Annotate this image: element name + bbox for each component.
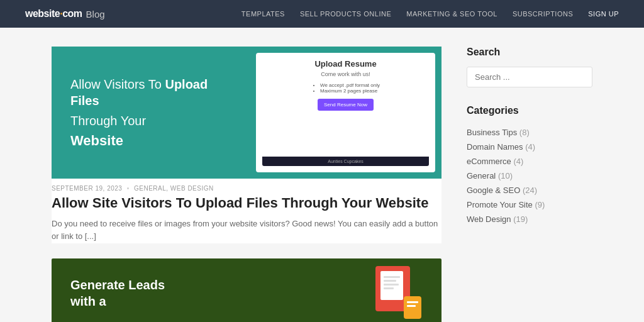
hero-text: Allow Visitors To Upload Files Through Y… — [52, 61, 256, 164]
categories-title: Categories — [467, 105, 592, 116]
svg-rect-2 — [384, 276, 400, 278]
category-count: (10) — [498, 171, 513, 180]
category-label: Promote Your Site — [467, 200, 533, 209]
hero2-graphic — [347, 265, 423, 321]
list-item: Promote Your Site (9) — [467, 197, 592, 212]
article-date: SEPTEMBER 19, 2023 — [52, 185, 122, 192]
list-item: Google & SEO (24) — [467, 183, 592, 197]
article-hero-2: Generate Leads with a — [52, 258, 441, 322]
hero-website: Website — [70, 133, 237, 149]
mockup-title: Upload Resume — [314, 59, 376, 69]
category-link-google-seo[interactable]: Google & SEO (24) — [467, 186, 537, 195]
category-link-domain-names[interactable]: Domain Names (4) — [467, 142, 535, 152]
article-excerpt: Do you need to receive files or images f… — [52, 218, 441, 244]
category-link-business-tips[interactable]: Business Tips (8) — [467, 128, 530, 137]
meta-separator: • — [127, 185, 130, 192]
article-meta: SEPTEMBER 19, 2023 • GENERAL, WEB DESIGN — [52, 179, 441, 194]
category-label: Google & SEO — [467, 186, 520, 195]
logo-website: website — [25, 8, 60, 19]
category-link-ecommerce[interactable]: eCommerce (4) — [467, 157, 523, 166]
svg-rect-6 — [404, 296, 421, 319]
category-count: (24) — [523, 186, 537, 195]
category-label: Domain Names — [467, 142, 523, 152]
logo-text: website·com — [25, 8, 82, 19]
article-category1[interactable]: GENERAL — [134, 185, 166, 192]
logo-com: com — [62, 8, 82, 19]
category-count: (4) — [513, 157, 523, 166]
article-hero-1: Allow Visitors To Upload Files Through Y… — [52, 47, 441, 179]
category-list: Business Tips (8) Domain Names (4) eComm… — [467, 125, 592, 226]
leads-graphic-icon — [372, 265, 423, 321]
hero2-headline: Generate Leads with a — [70, 277, 347, 309]
hero-mockup: Upload Resume Come work with us! We acce… — [256, 53, 435, 172]
hero-headline-sub: Through Your — [70, 113, 237, 129]
mockup-footer: Aunties Cupcakes — [262, 157, 429, 166]
hero-headline: Allow Visitors To Upload Files — [70, 76, 237, 109]
hero-headline-normal: Allow Visitors To — [70, 77, 162, 91]
blog-label: Blog — [86, 9, 105, 19]
nav-signup[interactable]: SIGN UP — [588, 10, 619, 18]
list-item: General (10) — [467, 169, 592, 183]
category-label: General — [467, 171, 496, 180]
logo[interactable]: website·com Blog — [25, 8, 105, 19]
hero2-line1: Generate Leads — [70, 278, 165, 292]
svg-rect-7 — [407, 301, 418, 303]
page-container: Allow Visitors To Upload Files Through Y… — [39, 28, 605, 322]
mockup-list-item: Maximum 2 pages please — [320, 88, 380, 94]
category-label: eCommerce — [467, 157, 511, 166]
list-item: Domain Names (4) — [467, 140, 592, 154]
category-count: (4) — [525, 142, 535, 152]
hero2-line2: with a — [70, 294, 106, 308]
nav-subscriptions[interactable]: SUBSCRIPTIONS — [513, 10, 573, 18]
list-item: eCommerce (4) — [467, 154, 592, 169]
category-label: Web Design — [467, 214, 511, 224]
site-header: website·com Blog TEMPLATES SELL PRODUCTS… — [0, 0, 644, 28]
category-label: Business Tips — [467, 128, 517, 137]
hero2-text: Generate Leads with a — [70, 277, 347, 309]
mockup-sub: Come work with us! — [321, 71, 370, 77]
search-title: Search — [467, 47, 592, 58]
sidebar: Search Categories Business Tips (8) Doma… — [467, 47, 592, 322]
list-item: Web Design (19) — [467, 212, 592, 226]
article-title[interactable]: Allow Site Visitors To Upload Files Thro… — [52, 194, 441, 213]
mockup-send-button[interactable]: Send Resume Now — [318, 99, 374, 111]
category-link-general[interactable]: General (10) — [467, 171, 513, 180]
category-link-web-design[interactable]: Web Design (19) — [467, 214, 528, 224]
sidebar-search: Search — [467, 47, 592, 87]
mockup-list: We accept .pdf format only Maximum 2 pag… — [311, 82, 380, 94]
article-upload-files: Allow Visitors To Upload Files Through Y… — [52, 47, 441, 243]
search-input[interactable] — [467, 67, 592, 87]
article-generate-leads: Generate Leads with a — [52, 258, 441, 322]
svg-rect-8 — [407, 305, 416, 307]
category-link-promote[interactable]: Promote Your Site (9) — [467, 200, 545, 209]
main-content: Allow Visitors To Upload Files Through Y… — [52, 47, 441, 322]
svg-rect-5 — [384, 287, 394, 289]
header-nav: TEMPLATES SELL PRODUCTS ONLINE MARKETING… — [242, 10, 619, 18]
category-count: (9) — [535, 200, 545, 209]
nav-marketing[interactable]: MARKETING & SEO TOOL — [406, 10, 497, 18]
list-item: Business Tips (8) — [467, 125, 592, 140]
category-count: (19) — [513, 214, 528, 224]
nav-sell[interactable]: SELL PRODUCTS ONLINE — [300, 10, 391, 18]
sidebar-categories: Categories Business Tips (8) Domain Name… — [467, 105, 592, 226]
article-category2[interactable]: WEB DESIGN — [170, 185, 214, 192]
category-count: (8) — [519, 128, 530, 137]
svg-rect-4 — [384, 284, 399, 286]
svg-rect-3 — [384, 280, 396, 282]
mockup-list-item: We accept .pdf format only — [320, 82, 380, 88]
nav-templates[interactable]: TEMPLATES — [242, 10, 285, 18]
